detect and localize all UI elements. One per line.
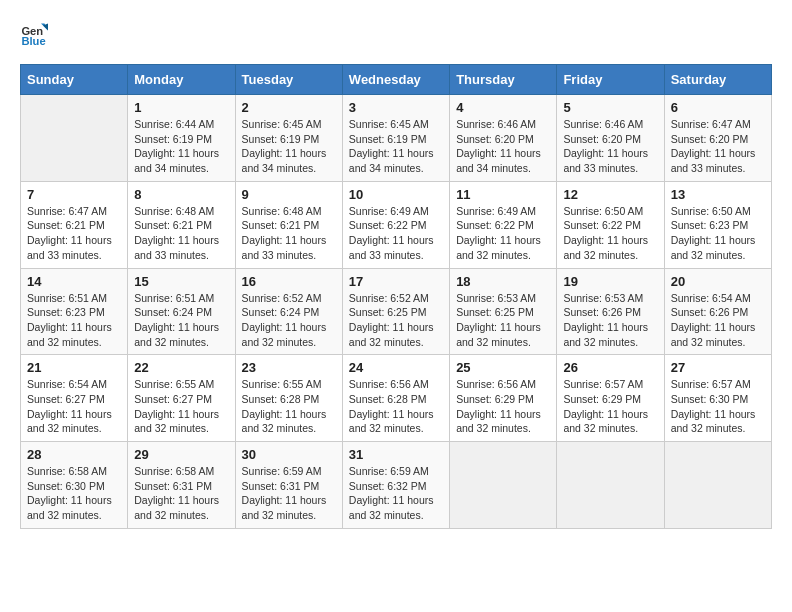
calendar-cell: 9Sunrise: 6:48 AM Sunset: 6:21 PM Daylig… [235, 181, 342, 268]
header-wednesday: Wednesday [342, 65, 449, 95]
calendar-cell: 20Sunrise: 6:54 AM Sunset: 6:26 PM Dayli… [664, 268, 771, 355]
calendar-header-row: SundayMondayTuesdayWednesdayThursdayFrid… [21, 65, 772, 95]
calendar-cell: 17Sunrise: 6:52 AM Sunset: 6:25 PM Dayli… [342, 268, 449, 355]
calendar-week-3: 14Sunrise: 6:51 AM Sunset: 6:23 PM Dayli… [21, 268, 772, 355]
calendar-cell: 25Sunrise: 6:56 AM Sunset: 6:29 PM Dayli… [450, 355, 557, 442]
day-number: 13 [671, 187, 765, 202]
calendar-cell [21, 95, 128, 182]
day-info: Sunrise: 6:50 AM Sunset: 6:23 PM Dayligh… [671, 204, 765, 263]
day-number: 14 [27, 274, 121, 289]
day-info: Sunrise: 6:45 AM Sunset: 6:19 PM Dayligh… [242, 117, 336, 176]
calendar-cell: 31Sunrise: 6:59 AM Sunset: 6:32 PM Dayli… [342, 442, 449, 529]
calendar-cell: 11Sunrise: 6:49 AM Sunset: 6:22 PM Dayli… [450, 181, 557, 268]
day-number: 2 [242, 100, 336, 115]
day-number: 5 [563, 100, 657, 115]
day-number: 6 [671, 100, 765, 115]
calendar-cell: 1Sunrise: 6:44 AM Sunset: 6:19 PM Daylig… [128, 95, 235, 182]
day-number: 10 [349, 187, 443, 202]
day-info: Sunrise: 6:50 AM Sunset: 6:22 PM Dayligh… [563, 204, 657, 263]
calendar-cell: 8Sunrise: 6:48 AM Sunset: 6:21 PM Daylig… [128, 181, 235, 268]
day-info: Sunrise: 6:56 AM Sunset: 6:28 PM Dayligh… [349, 377, 443, 436]
calendar-cell: 6Sunrise: 6:47 AM Sunset: 6:20 PM Daylig… [664, 95, 771, 182]
day-number: 16 [242, 274, 336, 289]
day-info: Sunrise: 6:53 AM Sunset: 6:26 PM Dayligh… [563, 291, 657, 350]
calendar-cell: 30Sunrise: 6:59 AM Sunset: 6:31 PM Dayli… [235, 442, 342, 529]
day-info: Sunrise: 6:54 AM Sunset: 6:27 PM Dayligh… [27, 377, 121, 436]
day-number: 23 [242, 360, 336, 375]
day-number: 22 [134, 360, 228, 375]
day-number: 28 [27, 447, 121, 462]
calendar-week-2: 7Sunrise: 6:47 AM Sunset: 6:21 PM Daylig… [21, 181, 772, 268]
day-info: Sunrise: 6:57 AM Sunset: 6:30 PM Dayligh… [671, 377, 765, 436]
day-number: 29 [134, 447, 228, 462]
day-number: 20 [671, 274, 765, 289]
header-tuesday: Tuesday [235, 65, 342, 95]
day-info: Sunrise: 6:46 AM Sunset: 6:20 PM Dayligh… [456, 117, 550, 176]
day-info: Sunrise: 6:55 AM Sunset: 6:27 PM Dayligh… [134, 377, 228, 436]
day-number: 9 [242, 187, 336, 202]
header-monday: Monday [128, 65, 235, 95]
day-number: 4 [456, 100, 550, 115]
calendar-cell: 24Sunrise: 6:56 AM Sunset: 6:28 PM Dayli… [342, 355, 449, 442]
day-number: 24 [349, 360, 443, 375]
logo-icon: Gen Blue [20, 20, 48, 48]
day-number: 7 [27, 187, 121, 202]
calendar-cell: 7Sunrise: 6:47 AM Sunset: 6:21 PM Daylig… [21, 181, 128, 268]
day-info: Sunrise: 6:47 AM Sunset: 6:21 PM Dayligh… [27, 204, 121, 263]
day-info: Sunrise: 6:58 AM Sunset: 6:31 PM Dayligh… [134, 464, 228, 523]
calendar-cell: 18Sunrise: 6:53 AM Sunset: 6:25 PM Dayli… [450, 268, 557, 355]
day-info: Sunrise: 6:52 AM Sunset: 6:25 PM Dayligh… [349, 291, 443, 350]
day-number: 12 [563, 187, 657, 202]
day-info: Sunrise: 6:48 AM Sunset: 6:21 PM Dayligh… [242, 204, 336, 263]
day-number: 21 [27, 360, 121, 375]
calendar-cell: 10Sunrise: 6:49 AM Sunset: 6:22 PM Dayli… [342, 181, 449, 268]
calendar-cell: 16Sunrise: 6:52 AM Sunset: 6:24 PM Dayli… [235, 268, 342, 355]
calendar-cell: 28Sunrise: 6:58 AM Sunset: 6:30 PM Dayli… [21, 442, 128, 529]
calendar-cell [664, 442, 771, 529]
day-number: 31 [349, 447, 443, 462]
day-number: 18 [456, 274, 550, 289]
day-info: Sunrise: 6:53 AM Sunset: 6:25 PM Dayligh… [456, 291, 550, 350]
day-number: 11 [456, 187, 550, 202]
day-info: Sunrise: 6:56 AM Sunset: 6:29 PM Dayligh… [456, 377, 550, 436]
calendar-cell: 5Sunrise: 6:46 AM Sunset: 6:20 PM Daylig… [557, 95, 664, 182]
day-info: Sunrise: 6:55 AM Sunset: 6:28 PM Dayligh… [242, 377, 336, 436]
calendar-cell: 3Sunrise: 6:45 AM Sunset: 6:19 PM Daylig… [342, 95, 449, 182]
day-info: Sunrise: 6:47 AM Sunset: 6:20 PM Dayligh… [671, 117, 765, 176]
day-info: Sunrise: 6:52 AM Sunset: 6:24 PM Dayligh… [242, 291, 336, 350]
day-info: Sunrise: 6:49 AM Sunset: 6:22 PM Dayligh… [456, 204, 550, 263]
day-number: 1 [134, 100, 228, 115]
calendar-cell: 13Sunrise: 6:50 AM Sunset: 6:23 PM Dayli… [664, 181, 771, 268]
day-number: 8 [134, 187, 228, 202]
day-info: Sunrise: 6:51 AM Sunset: 6:24 PM Dayligh… [134, 291, 228, 350]
day-info: Sunrise: 6:44 AM Sunset: 6:19 PM Dayligh… [134, 117, 228, 176]
day-info: Sunrise: 6:46 AM Sunset: 6:20 PM Dayligh… [563, 117, 657, 176]
day-number: 27 [671, 360, 765, 375]
logo: Gen Blue [20, 20, 52, 48]
svg-text:Blue: Blue [21, 35, 45, 47]
calendar-cell: 2Sunrise: 6:45 AM Sunset: 6:19 PM Daylig… [235, 95, 342, 182]
header-friday: Friday [557, 65, 664, 95]
calendar-cell: 26Sunrise: 6:57 AM Sunset: 6:29 PM Dayli… [557, 355, 664, 442]
calendar-week-4: 21Sunrise: 6:54 AM Sunset: 6:27 PM Dayli… [21, 355, 772, 442]
calendar-cell: 27Sunrise: 6:57 AM Sunset: 6:30 PM Dayli… [664, 355, 771, 442]
day-number: 26 [563, 360, 657, 375]
calendar-cell: 15Sunrise: 6:51 AM Sunset: 6:24 PM Dayli… [128, 268, 235, 355]
calendar-cell: 23Sunrise: 6:55 AM Sunset: 6:28 PM Dayli… [235, 355, 342, 442]
day-info: Sunrise: 6:59 AM Sunset: 6:32 PM Dayligh… [349, 464, 443, 523]
calendar-cell [450, 442, 557, 529]
calendar-cell: 14Sunrise: 6:51 AM Sunset: 6:23 PM Dayli… [21, 268, 128, 355]
calendar-cell [557, 442, 664, 529]
header-thursday: Thursday [450, 65, 557, 95]
day-number: 25 [456, 360, 550, 375]
calendar-week-5: 28Sunrise: 6:58 AM Sunset: 6:30 PM Dayli… [21, 442, 772, 529]
header-saturday: Saturday [664, 65, 771, 95]
header-sunday: Sunday [21, 65, 128, 95]
calendar-cell: 12Sunrise: 6:50 AM Sunset: 6:22 PM Dayli… [557, 181, 664, 268]
day-info: Sunrise: 6:59 AM Sunset: 6:31 PM Dayligh… [242, 464, 336, 523]
calendar-cell: 4Sunrise: 6:46 AM Sunset: 6:20 PM Daylig… [450, 95, 557, 182]
day-number: 30 [242, 447, 336, 462]
calendar-week-1: 1Sunrise: 6:44 AM Sunset: 6:19 PM Daylig… [21, 95, 772, 182]
day-info: Sunrise: 6:51 AM Sunset: 6:23 PM Dayligh… [27, 291, 121, 350]
day-number: 15 [134, 274, 228, 289]
